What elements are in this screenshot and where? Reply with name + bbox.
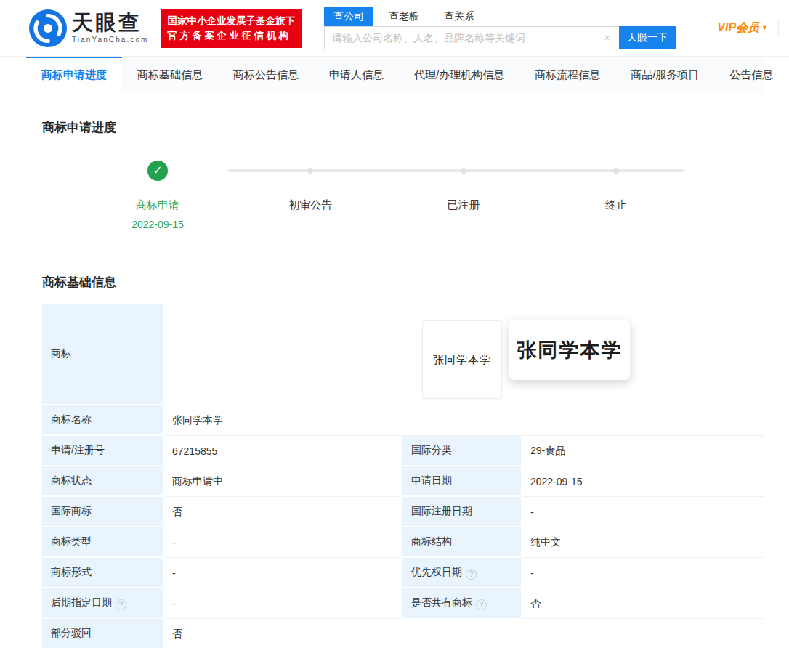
tab-商标基础信息[interactable]: 商标基础信息 bbox=[122, 57, 218, 92]
field-value: 纯中文 bbox=[522, 527, 764, 558]
field-value: 否 bbox=[164, 619, 764, 649]
search-input[interactable] bbox=[324, 26, 619, 49]
field-label-text: 国际商标 bbox=[51, 505, 92, 517]
field-value: 否 bbox=[522, 588, 764, 619]
tab-商标公告信息[interactable]: 商标公告信息 bbox=[218, 57, 314, 92]
field-value: - bbox=[164, 588, 401, 619]
tianyancha-logo[interactable]: 天眼查 TianYanCha.com bbox=[29, 9, 149, 47]
help-icon[interactable]: ? bbox=[476, 599, 487, 610]
tab-商标流程信息[interactable]: 商标流程信息 bbox=[519, 57, 615, 92]
field-label: 优先权日期? bbox=[401, 558, 522, 588]
table-row: 商标名称张同学本学 bbox=[42, 405, 764, 436]
field-value: 67215855 bbox=[164, 436, 401, 466]
step-label: 商标申请 bbox=[96, 198, 219, 212]
search-button[interactable]: 天眼一下 bbox=[619, 26, 676, 49]
field-value: 2022-09-15 bbox=[522, 466, 764, 497]
field-label: 商标类型 bbox=[42, 527, 164, 558]
tab-商标申请进度[interactable]: 商标申请进度 bbox=[26, 57, 122, 92]
field-label: 国际注册日期 bbox=[401, 497, 522, 527]
step-date: 2022-09-15 bbox=[96, 219, 219, 230]
progress-stepper: ✓商标申请2022-09-15初审公告已注册终止 bbox=[26, 161, 763, 238]
trademark-image-text: 张同学本学 bbox=[517, 337, 623, 363]
header-divider bbox=[778, 20, 779, 36]
tab-商品/服务项目[interactable]: 商品/服务项目 bbox=[615, 57, 714, 92]
field-label: 申请/注册号 bbox=[42, 436, 164, 466]
basic-info-table-body: 商标 张同学本学 张同学本学 商标名称张同学本学申请/注册号67215855国际… bbox=[42, 304, 764, 649]
field-value: - bbox=[164, 558, 401, 588]
step-pending-dot-icon bbox=[613, 168, 619, 174]
badge-line1: 国家中小企业发展子基金旗下 bbox=[168, 14, 296, 28]
logo-domain-text: TianYanCha.com bbox=[72, 36, 149, 44]
table-row: 商标类型-商标结构纯中文 bbox=[42, 527, 764, 558]
field-value: 张同学本学 bbox=[164, 405, 764, 436]
progress-step-终止: 终止 bbox=[554, 161, 678, 230]
trademark-field-label: 商标 bbox=[51, 347, 71, 359]
search-tab-查公司[interactable]: 查公司 bbox=[324, 7, 373, 26]
vip-member-link[interactable]: VIP会员▼ bbox=[717, 20, 768, 36]
table-row: 部分驳回否 bbox=[42, 619, 764, 649]
progress-step-初审公告: 初审公告 bbox=[248, 161, 372, 230]
tab-代理/办理机构信息[interactable]: 代理/办理机构信息 bbox=[399, 57, 519, 92]
field-label: 部分驳回 bbox=[42, 619, 164, 649]
step-pending-dot-icon bbox=[461, 168, 466, 174]
field-label: 国际分类 bbox=[401, 436, 522, 466]
progress-steps: ✓商标申请2022-09-15初审公告已注册终止 bbox=[96, 161, 678, 230]
field-label: 商标 bbox=[42, 304, 164, 405]
tianyancha-logo-icon bbox=[29, 9, 67, 47]
field-label: 商标状态 bbox=[42, 466, 164, 497]
basic-info-table: 商标 张同学本学 张同学本学 商标名称张同学本学申请/注册号67215855国际… bbox=[42, 304, 764, 649]
step-label: 已注册 bbox=[402, 198, 525, 212]
logo-brand-text: 天眼查 bbox=[72, 12, 149, 33]
site-header: 天眼查 TianYanCha.com 国家中小企业发展子基金旗下 官方备案企业征… bbox=[0, 0, 789, 57]
field-value: - bbox=[522, 497, 764, 527]
field-label-text: 是否共有商标 bbox=[411, 596, 472, 608]
field-label: 是否共有商标? bbox=[401, 588, 522, 619]
field-label: 商标形式 bbox=[42, 558, 164, 588]
field-label-text: 国际注册日期 bbox=[411, 505, 472, 517]
trademark-image-text: 张同学本学 bbox=[433, 353, 491, 367]
help-icon[interactable]: ? bbox=[466, 569, 477, 580]
field-label-text: 商标结构 bbox=[411, 535, 452, 547]
field-label-text: 国际分类 bbox=[411, 444, 452, 456]
field-label-text: 商标形式 bbox=[51, 566, 92, 578]
step-label: 初审公告 bbox=[248, 198, 372, 212]
trademark-images-cell: 张同学本学 张同学本学 bbox=[164, 304, 764, 405]
clear-input-icon[interactable]: × bbox=[602, 32, 612, 43]
field-label-text: 申请/注册号 bbox=[51, 444, 105, 456]
trademark-image-large[interactable]: 张同学本学 bbox=[509, 320, 630, 380]
field-value: 否 bbox=[164, 497, 401, 527]
table-row: 申请/注册号67215855国际分类29-食品 bbox=[42, 436, 764, 466]
search-tabs: 查公司查老板查关系 bbox=[324, 7, 676, 26]
trademark-image-small[interactable]: 张同学本学 bbox=[422, 320, 502, 399]
search-tab-查关系[interactable]: 查关系 bbox=[434, 7, 484, 26]
tab-公告信息[interactable]: 公告信息 bbox=[714, 57, 788, 92]
chevron-down-icon: ▼ bbox=[761, 24, 768, 31]
certification-badge: 国家中小企业发展子基金旗下 官方备案企业征信机构 bbox=[161, 9, 303, 48]
field-label-text: 商标状态 bbox=[51, 474, 92, 486]
step-check-icon: ✓ bbox=[147, 161, 168, 181]
basic-info-section-title: 商标基础信息 bbox=[26, 274, 763, 291]
search-block: 查公司查老板查关系 × 天眼一下 bbox=[324, 7, 676, 49]
table-row: 国际商标否国际注册日期- bbox=[42, 497, 764, 527]
badge-line2: 官方备案企业征信机构 bbox=[168, 28, 296, 43]
field-label-text: 申请日期 bbox=[411, 474, 452, 486]
field-label-text: 部分驳回 bbox=[51, 627, 92, 639]
table-row: 商标状态商标申请中申请日期2022-09-15 bbox=[42, 466, 764, 497]
step-pending-dot-icon bbox=[307, 168, 313, 174]
field-label: 申请日期 bbox=[401, 466, 522, 497]
progress-step-已注册: 已注册 bbox=[402, 161, 525, 230]
field-label-text: 商标名称 bbox=[51, 413, 92, 425]
field-label-text: 商标类型 bbox=[51, 535, 92, 547]
field-label: 商标名称 bbox=[42, 405, 164, 436]
help-icon[interactable]: ? bbox=[116, 599, 126, 610]
search-tab-查老板[interactable]: 查老板 bbox=[379, 7, 429, 26]
vip-label: VIP会员 bbox=[717, 21, 759, 33]
field-label: 商标结构 bbox=[401, 527, 522, 558]
table-row: 后期指定日期?-是否共有商标?否 bbox=[42, 588, 764, 619]
table-row: 商标形式-优先权日期?- bbox=[42, 558, 764, 588]
field-label-text: 优先权日期 bbox=[411, 566, 462, 578]
progress-step-商标申请: ✓商标申请2022-09-15 bbox=[96, 161, 219, 230]
tab-申请人信息[interactable]: 申请人信息 bbox=[314, 57, 399, 92]
search-bar: × 天眼一下 bbox=[324, 26, 676, 49]
table-row-trademark: 商标 张同学本学 张同学本学 bbox=[42, 304, 764, 405]
